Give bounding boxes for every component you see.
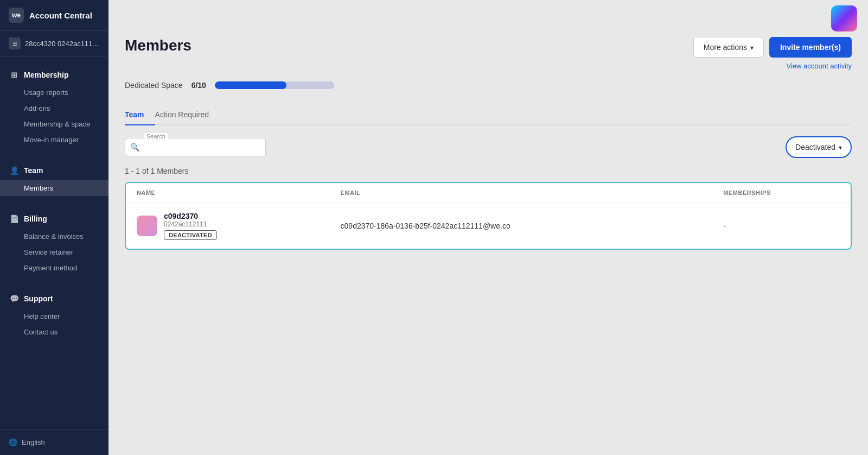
chevron-down-icon xyxy=(750,43,754,52)
support-label: Support xyxy=(24,294,53,303)
member-email-cell: c09d2370-186a-0136-b25f-0242ac112111@we.… xyxy=(330,203,713,249)
progress-bar-track xyxy=(215,81,334,89)
language-label: English xyxy=(22,438,45,446)
sidebar-section-billing: 📄 Billing Balance & invoices Service ret… xyxy=(0,200,108,280)
sidebar: we Account Central ☰ 28cc4320 0242ac111.… xyxy=(0,0,108,455)
filter-chevron-down-icon xyxy=(839,143,842,151)
topbar xyxy=(108,0,868,37)
globe-icon: 🌐 xyxy=(9,438,17,446)
team-label: Team xyxy=(24,166,43,175)
search-label: Search xyxy=(144,133,168,140)
members-count: 1 - 1 of 1 Members xyxy=(125,167,852,175)
logo-icon: we xyxy=(9,8,24,23)
table-body: c09d2370 0242ac112111 DEACTIVATED c09d23… xyxy=(126,203,851,249)
search-input[interactable] xyxy=(125,138,266,156)
members-table-wrapper: NAME EMAIL MEMBERSHIPS c09d2370 0242ac xyxy=(125,182,852,250)
deactivated-filter-button[interactable]: Deactivated xyxy=(786,136,852,158)
page-header-actions: More actions Invite member(s) View accou… xyxy=(693,37,852,70)
invite-members-button[interactable]: Invite member(s) xyxy=(769,37,852,58)
sidebar-logo[interactable]: we Account Central xyxy=(0,0,108,31)
billing-icon: 📄 xyxy=(9,213,20,224)
sidebar-section-team: 👤 Team Members xyxy=(0,152,108,200)
membership-icon: ⊞ xyxy=(9,69,20,80)
sidebar-item-balance-invoices[interactable]: Balance & invoices xyxy=(0,229,108,244)
sidebar-section-billing-header[interactable]: 📄 Billing xyxy=(0,209,108,229)
sidebar-item-help-center[interactable]: Help center xyxy=(0,308,108,324)
members-table: NAME EMAIL MEMBERSHIPS c09d2370 0242ac xyxy=(126,183,851,249)
membership-label: Membership xyxy=(24,71,68,79)
member-name: c09d2370 xyxy=(164,212,217,220)
tab-team[interactable]: Team xyxy=(125,105,155,125)
sidebar-section-support: 💬 Support Help center Contact us xyxy=(0,280,108,344)
invite-label: Invite member(s) xyxy=(780,43,841,52)
header-buttons: More actions Invite member(s) xyxy=(693,37,852,58)
support-icon: 💬 xyxy=(9,293,20,304)
sidebar-section-support-header[interactable]: 💬 Support xyxy=(0,289,108,308)
sidebar-item-move-in-manager[interactable]: Move-in manager xyxy=(0,132,108,148)
user-avatar[interactable] xyxy=(831,5,857,31)
member-avatar xyxy=(137,216,157,236)
more-actions-button[interactable]: More actions xyxy=(693,37,764,58)
search-filter-row: 🔍 Search Deactivated xyxy=(125,136,852,158)
member-name-cell: c09d2370 0242ac112111 DEACTIVATED xyxy=(126,203,330,249)
sidebar-item-members[interactable]: Members xyxy=(0,180,108,196)
deactivated-filter-label: Deactivated xyxy=(795,143,835,151)
sidebar-item-add-ons[interactable]: Add-ons xyxy=(0,100,108,116)
sidebar-item-contact-us[interactable]: Contact us xyxy=(0,324,108,340)
dedicated-space-section: Dedicated Space 6/10 xyxy=(125,81,852,90)
app-title: Account Central xyxy=(29,11,92,20)
sidebar-item-payment-method[interactable]: Payment method xyxy=(0,260,108,276)
table-row[interactable]: c09d2370 0242ac112111 DEACTIVATED c09d23… xyxy=(126,203,851,249)
search-icon: 🔍 xyxy=(130,143,139,151)
billing-label: Billing xyxy=(24,214,47,223)
page-header: Members More actions Invite member(s) Vi… xyxy=(125,37,852,70)
member-memberships-cell: - xyxy=(712,203,851,249)
account-selector[interactable]: ☰ 28cc4320 0242ac111... xyxy=(0,31,108,56)
more-actions-label: More actions xyxy=(704,43,747,52)
col-email: EMAIL xyxy=(330,183,713,203)
search-container: 🔍 Search xyxy=(125,138,266,156)
member-name-info: c09d2370 0242ac112111 DEACTIVATED xyxy=(164,212,217,240)
member-deactivated-badge: DEACTIVATED xyxy=(164,230,217,240)
page-title: Members xyxy=(125,37,192,54)
team-icon: 👤 xyxy=(9,165,20,176)
table-header: NAME EMAIL MEMBERSHIPS xyxy=(126,183,851,203)
tab-action-required[interactable]: Action Required xyxy=(155,105,220,125)
sidebar-item-service-retainer[interactable]: Service retainer xyxy=(0,244,108,260)
account-icon: ☰ xyxy=(9,37,21,49)
account-label: 28cc4320 0242ac111... xyxy=(25,40,98,48)
sidebar-section-team-header[interactable]: 👤 Team xyxy=(0,161,108,180)
progress-bar-fill xyxy=(215,81,286,89)
dedicated-space-label: Dedicated Space xyxy=(125,81,183,90)
sidebar-section-membership: ⊞ Membership Usage reports Add-ons Membe… xyxy=(0,56,108,152)
sidebar-item-usage-reports[interactable]: Usage reports xyxy=(0,85,108,100)
view-activity-link[interactable]: View account activity xyxy=(787,62,852,70)
sidebar-item-membership-space[interactable]: Membership & space xyxy=(0,116,108,132)
main-content: Members More actions Invite member(s) Vi… xyxy=(108,0,868,455)
tabs: Team Action Required xyxy=(125,105,852,125)
sidebar-section-membership-header[interactable]: ⊞ Membership xyxy=(0,65,108,85)
member-id: 0242ac112111 xyxy=(164,220,217,228)
col-name: NAME xyxy=(126,183,330,203)
dedicated-space-count: 6/10 xyxy=(192,81,206,90)
col-memberships: MEMBERSHIPS xyxy=(712,183,851,203)
language-selector[interactable]: 🌐 English xyxy=(0,429,108,455)
content-area: Members More actions Invite member(s) Vi… xyxy=(108,37,868,455)
